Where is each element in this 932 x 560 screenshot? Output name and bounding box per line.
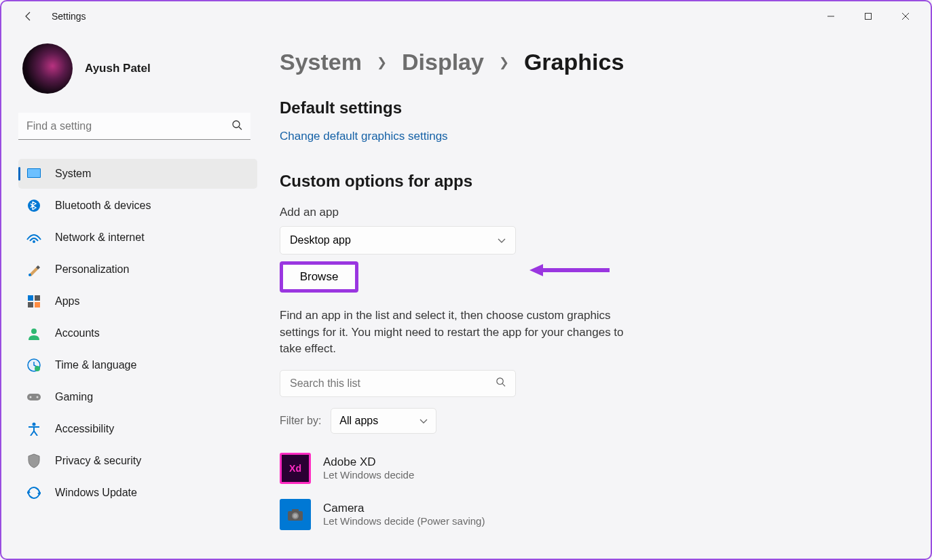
svg-point-7: [33, 240, 35, 243]
search-icon: [496, 377, 506, 390]
app-item-adobe-xd[interactable]: Xd Adobe XD Let Windows decide: [280, 449, 903, 488]
chevron-down-icon: [498, 234, 506, 246]
network-icon: [26, 230, 41, 245]
nav-label: System: [55, 168, 91, 180]
nav-item-windows-update[interactable]: Windows Update: [18, 478, 257, 508]
bluetooth-icon: [26, 198, 41, 213]
sidebar-search[interactable]: [18, 113, 250, 140]
update-icon: [26, 485, 41, 500]
app-subtitle: Let Windows decide: [323, 469, 414, 481]
nav-item-bluetooth[interactable]: Bluetooth & devices: [18, 191, 257, 221]
svg-point-15: [35, 366, 40, 371]
avatar: [22, 43, 73, 94]
camera-icon: [280, 499, 311, 530]
nav-label: Bluetooth & devices: [55, 200, 151, 212]
nav-item-accessibility[interactable]: Accessibility: [18, 414, 257, 444]
dropdown-value: Desktop app: [290, 234, 351, 246]
app-subtitle: Let Windows decide (Power saving): [323, 515, 485, 527]
svg-point-8: [29, 274, 31, 276]
nav-item-network[interactable]: Network & internet: [18, 223, 257, 253]
breadcrumb-system[interactable]: System: [280, 49, 362, 75]
svg-line-3: [239, 127, 242, 130]
minimize-button[interactable]: [812, 3, 849, 30]
filter-row: Filter by: All apps: [280, 408, 903, 434]
svg-point-26: [293, 514, 297, 518]
svg-rect-16: [27, 394, 41, 400]
browse-button[interactable]: Browse: [280, 261, 358, 293]
add-app-label: Add an app: [280, 206, 903, 219]
nav-label: Windows Update: [55, 487, 137, 499]
svg-point-13: [31, 329, 37, 334]
nav-item-time-language[interactable]: Time & language: [18, 350, 257, 380]
chevron-down-icon: [420, 415, 428, 427]
window-controls: [812, 3, 924, 30]
svg-point-17: [30, 396, 32, 398]
profile-name: Ayush Patel: [85, 62, 151, 75]
breadcrumb-graphics: Graphics: [524, 49, 624, 75]
breadcrumb-display[interactable]: Display: [402, 49, 484, 75]
nav-label: Gaming: [55, 391, 93, 403]
nav-label: Network & internet: [55, 231, 145, 244]
breadcrumb: System ❯ Display ❯ Graphics: [280, 49, 903, 75]
time-icon: [26, 358, 41, 373]
nav-label: Time & language: [55, 359, 136, 371]
svg-rect-24: [292, 509, 299, 512]
svg-rect-9: [28, 295, 33, 301]
app-name: Adobe XD: [323, 455, 414, 469]
window-title: Settings: [52, 11, 86, 22]
chevron-right-icon: ❯: [377, 55, 387, 70]
nav-item-system[interactable]: System: [18, 159, 257, 189]
svg-point-2: [233, 121, 240, 128]
svg-rect-5: [28, 169, 40, 177]
gaming-icon: [26, 390, 41, 405]
chevron-right-icon: ❯: [499, 55, 509, 70]
svg-line-22: [502, 384, 505, 387]
personalization-icon: [26, 262, 41, 277]
main-content: System ❯ Display ❯ Graphics Default sett…: [258, 31, 931, 559]
nav-label: Accessibility: [55, 423, 114, 435]
system-icon: [26, 166, 41, 181]
sidebar-search-input[interactable]: [26, 120, 231, 132]
nav-label: Accounts: [55, 327, 100, 339]
nav-item-privacy[interactable]: Privacy & security: [18, 446, 257, 476]
svg-point-6: [28, 200, 40, 212]
nav: System Bluetooth & devices Network & int…: [18, 159, 248, 508]
svg-rect-12: [35, 302, 40, 307]
accounts-icon: [26, 326, 41, 341]
section-custom-title: Custom options for apps: [280, 172, 903, 191]
profile[interactable]: Ayush Patel: [22, 43, 248, 94]
nav-label: Apps: [55, 295, 79, 307]
app-name: Camera: [323, 502, 485, 515]
browse-label: Browse: [300, 270, 339, 284]
svg-rect-1: [865, 14, 871, 20]
svg-point-21: [497, 378, 503, 384]
nav-item-personalization[interactable]: Personalization: [18, 255, 257, 284]
close-button[interactable]: [887, 3, 924, 30]
accessibility-icon: [26, 422, 41, 436]
app-list-search[interactable]: [280, 370, 516, 397]
nav-item-accounts[interactable]: Accounts: [18, 318, 257, 348]
filter-label: Filter by:: [280, 415, 321, 427]
filter-value: All apps: [339, 415, 378, 427]
titlebar: Settings: [1, 1, 931, 31]
svg-point-19: [33, 423, 36, 426]
app-type-dropdown[interactable]: Desktop app: [280, 226, 516, 255]
filter-dropdown[interactable]: All apps: [331, 408, 436, 434]
helper-text: Find an app in the list and select it, t…: [280, 307, 639, 358]
sidebar: Ayush Patel System Bluetooth & devices N…: [1, 31, 258, 559]
section-default-title: Default settings: [280, 98, 903, 117]
nav-label: Privacy & security: [55, 455, 141, 467]
adobe-xd-icon: Xd: [280, 453, 311, 484]
app-item-camera[interactable]: Camera Let Windows decide (Power saving): [280, 495, 903, 534]
nav-item-gaming[interactable]: Gaming: [18, 382, 257, 412]
svg-rect-11: [28, 302, 33, 307]
back-button[interactable]: [15, 3, 42, 30]
app-list-search-input[interactable]: [290, 377, 496, 390]
nav-item-apps[interactable]: Apps: [18, 286, 257, 316]
change-default-graphics-link[interactable]: Change default graphics settings: [280, 130, 448, 143]
search-icon: [231, 119, 242, 133]
maximize-button[interactable]: [849, 3, 887, 30]
svg-rect-10: [35, 295, 40, 301]
privacy-icon: [26, 453, 41, 468]
apps-icon: [26, 294, 41, 309]
